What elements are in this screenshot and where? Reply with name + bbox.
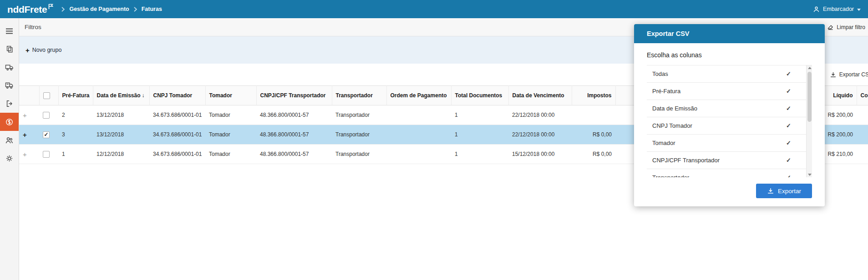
- breadcrumb-gestao-pagamento[interactable]: Gestão de Pagamento: [69, 6, 129, 12]
- cell-transportador: Transportador: [332, 125, 386, 145]
- download-icon: [767, 187, 774, 195]
- check-icon: ✓: [786, 157, 791, 164]
- modal-body: Escolha as colunas Todas ✓ Pré-Fatura ✓ …: [634, 43, 825, 206]
- scrollbar-thumb[interactable]: [807, 72, 812, 122]
- cell-pre-fatura: 3: [58, 125, 93, 145]
- expand-row-icon[interactable]: +: [23, 111, 27, 119]
- column-option-transportador[interactable]: Transportador ✓: [647, 169, 812, 177]
- cell-ordem-pagamento: [386, 145, 451, 164]
- column-option-todas[interactable]: Todas ✓: [647, 65, 812, 83]
- cell-cnpj-transportador: 48.366.800/0001-57: [256, 125, 332, 145]
- menu-icon[interactable]: [0, 22, 19, 40]
- users-icon[interactable]: [0, 131, 19, 149]
- export-csv-button[interactable]: Exportar CSV: [830, 71, 868, 78]
- column-header-cnpj-transportador[interactable]: CNPJ/CPF Transportador: [256, 86, 332, 105]
- cell-tomador: Tomador: [205, 105, 256, 125]
- delivery-truck-icon[interactable]: [0, 76, 19, 95]
- flag-icon: [48, 4, 53, 10]
- plus-icon: +: [25, 47, 30, 54]
- export-button[interactable]: Exportar: [756, 184, 812, 198]
- expand-row-icon[interactable]: +: [23, 131, 27, 139]
- column-option-data-emissao[interactable]: Data de Emissão ✓: [647, 100, 812, 117]
- column-header-cobranca[interactable]: Cobrança: [857, 86, 868, 105]
- breadcrumb: Gestão de Pagamento Faturas: [61, 6, 162, 12]
- cell-cnpj-tomador: 34.673.686/0001-01: [149, 125, 205, 145]
- cell-cobranca: [857, 145, 868, 164]
- cell-impostos: R$ 0,00: [572, 125, 615, 145]
- column-option-cnpj-tomador[interactable]: CNPJ Tomador ✓: [647, 117, 812, 135]
- chevron-right-icon: [134, 7, 137, 12]
- export-csv-label: Exportar CSV: [839, 71, 868, 78]
- sort-desc-icon: ↓: [142, 92, 145, 99]
- column-header-data-vencimento[interactable]: Data de Vencimento: [508, 86, 572, 105]
- row-checkbox[interactable]: [43, 112, 50, 119]
- cell-total-documentos: 1: [451, 145, 508, 164]
- check-icon: ✓: [786, 122, 791, 129]
- cell-data-emissao: 12/12/2018: [93, 145, 149, 164]
- clear-filter-label: Limpar filtro: [837, 24, 865, 30]
- select-all-checkbox[interactable]: [43, 92, 50, 99]
- cell-ordem-pagamento: [386, 105, 451, 125]
- topbar: nddFrete Gestão de Pagamento Faturas Emb…: [0, 0, 868, 18]
- check-icon: ✓: [786, 105, 791, 112]
- column-option-pre-fatura[interactable]: Pré-Fatura ✓: [647, 83, 812, 100]
- cell-data-vencimento: 15/12/2018 00:00: [508, 145, 572, 164]
- cell-tomador: Tomador: [205, 145, 256, 164]
- truck-icon[interactable]: [0, 58, 19, 76]
- app-logo[interactable]: nddFrete: [7, 5, 53, 14]
- documents-icon[interactable]: [0, 40, 19, 58]
- cell-transportador: Transportador: [332, 145, 386, 164]
- cell-cnpj-tomador: 34.673.686/0001-01: [149, 105, 205, 125]
- column-header-transportador[interactable]: Transportador: [332, 86, 386, 105]
- settings-gear-icon[interactable]: [0, 149, 19, 167]
- clear-filter-button[interactable]: Limpar filtro: [827, 24, 865, 30]
- row-checkbox[interactable]: [43, 151, 50, 158]
- payments-icon[interactable]: [0, 113, 19, 131]
- check-icon: ✓: [786, 140, 791, 146]
- select-all-column-header: [39, 86, 58, 105]
- column-header-total-documentos[interactable]: Total Documentos: [451, 86, 508, 105]
- cell-impostos: R$ 0,00: [572, 145, 615, 164]
- column-option-tomador[interactable]: Tomador ✓: [647, 135, 812, 152]
- cell-ordem-pagamento: [386, 125, 451, 145]
- cell-transportador: Transportador: [332, 105, 386, 125]
- cell-total-documentos: 1: [451, 105, 508, 125]
- download-icon: [830, 71, 837, 78]
- scroll-down-icon[interactable]: [808, 174, 812, 176]
- cell-cobranca: [857, 105, 868, 125]
- breadcrumb-faturas[interactable]: Faturas: [142, 6, 162, 12]
- cell-data-emissao: 13/12/2018: [93, 105, 149, 125]
- cell-cnpj-transportador: 48.366.800/0001-57: [256, 145, 332, 164]
- cell-cnpj-tomador: 34.673.686/0001-01: [149, 145, 205, 164]
- column-header-cnpj-tomador[interactable]: CNPJ Tomador: [149, 86, 205, 105]
- modal-footer: Exportar: [647, 184, 812, 198]
- options-scrollbar[interactable]: [806, 65, 812, 177]
- cell-cnpj-transportador: 48.366.800/0001-57: [256, 105, 332, 125]
- column-header-ordem-pagamento[interactable]: Ordem de Pagamento: [386, 86, 451, 105]
- column-header-tomador[interactable]: Tomador: [205, 86, 256, 105]
- export-button-label: Exportar: [778, 188, 801, 195]
- row-checkbox-checked[interactable]: ✓: [43, 131, 50, 138]
- new-group-label: Novo grupo: [32, 47, 62, 53]
- cell-tomador: Tomador: [205, 125, 256, 145]
- user-label: Embarcador: [823, 6, 854, 12]
- cell-pre-fatura: 2: [58, 105, 93, 125]
- column-header-pre-fatura[interactable]: Pré-Fatura: [58, 86, 93, 105]
- column-option-cnpj-transportador[interactable]: CNPJ/CPF Transportador ✓: [647, 152, 812, 169]
- column-options-list: Todas ✓ Pré-Fatura ✓ Data de Emissão ✓: [647, 65, 812, 177]
- expand-row-icon[interactable]: +: [23, 150, 27, 158]
- cell-data-emissao: 13/12/2018: [93, 125, 149, 145]
- chevron-right-icon: [61, 7, 65, 12]
- main-content: Filtros Limpar filtro + Novo grupo: [19, 18, 868, 280]
- scroll-up-icon[interactable]: [808, 67, 812, 69]
- modal-title: Exportar CSV: [634, 24, 825, 43]
- user-icon: [813, 6, 820, 13]
- column-header-impostos[interactable]: Impostos: [572, 86, 615, 105]
- user-menu[interactable]: Embarcador: [813, 6, 861, 13]
- new-group-button[interactable]: + Novo grupo: [25, 47, 61, 54]
- export-exit-icon[interactable]: [0, 95, 19, 113]
- expand-column-header: [19, 86, 39, 105]
- column-header-data-emissao[interactable]: Data de Emissão↓: [93, 86, 149, 105]
- filters-title: Filtros: [25, 24, 41, 30]
- eraser-icon: [827, 24, 834, 30]
